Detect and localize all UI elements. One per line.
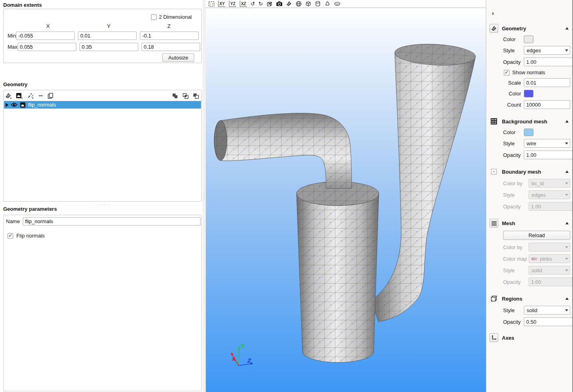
boolean-difference-icon[interactable] <box>193 93 199 99</box>
geometry-opacity-label: Opacity <box>503 59 524 65</box>
boundary-mesh-style-value: edges <box>531 192 563 198</box>
background-mesh-opacity-input[interactable] <box>524 151 573 159</box>
boundary-mesh-opacity-label: Opacity <box>503 204 529 210</box>
add-filter-icon[interactable] <box>16 93 23 99</box>
panel-splitter[interactable]: ···· <box>203 0 206 392</box>
reset-view-icon[interactable] <box>208 1 215 7</box>
normals-scale-label: Scale <box>492 80 524 86</box>
geometry-style-dropdown[interactable]: edges <box>524 46 570 55</box>
regions-opacity-spinbox[interactable] <box>524 317 573 326</box>
geometry-opacity-spinbox[interactable] <box>524 57 573 66</box>
tree-item-label: flip_normals <box>28 102 56 108</box>
background-mesh-style-value: wire <box>527 141 563 147</box>
autosize-button[interactable]: Autosize <box>162 53 194 62</box>
y-max-field[interactable] <box>80 43 138 51</box>
column-header-y: Y <box>97 23 121 29</box>
chevron-down-icon <box>563 243 570 251</box>
mesh-color-map-dropdown: pinks <box>529 254 570 263</box>
boolean-intersect-icon[interactable] <box>183 93 189 99</box>
view-xz-button[interactable]: XZ <box>240 1 247 7</box>
geometry-opacity-input[interactable] <box>524 58 573 66</box>
geometry-parameters-group: Name ✓ Flip normals <box>3 215 202 391</box>
chevron-down-icon <box>563 179 570 187</box>
boundary-mesh-color-by-dropdown: bc_id <box>529 179 570 188</box>
mesh-visibility-button[interactable] <box>489 219 498 228</box>
y-min-field[interactable] <box>78 32 137 40</box>
collapse-section-icon[interactable] <box>565 120 569 123</box>
reload-mesh-button[interactable]: Reload <box>503 231 570 240</box>
application-window: Domain extents 2 Dimensional X Y Z Min m… <box>0 0 573 392</box>
z-max-field[interactable] <box>141 43 200 51</box>
sphere-primitive-icon[interactable] <box>296 1 302 7</box>
cylinder-solid <box>296 182 379 362</box>
boundary-mesh-style-label: Style <box>503 192 529 198</box>
axis-x-label: X <box>232 356 236 362</box>
funnel-solid <box>371 42 476 322</box>
name-label: Name <box>6 218 20 224</box>
mesh-scene <box>206 8 486 392</box>
view-xy-button[interactable]: XY <box>218 1 225 7</box>
axes-visibility-button[interactable] <box>489 333 498 342</box>
regions-icon[interactable] <box>489 294 498 303</box>
remove-geometry-icon[interactable] <box>38 93 43 99</box>
cylinder-primitive-icon[interactable] <box>315 1 321 7</box>
chevron-down-icon <box>563 255 570 263</box>
boundary-mesh-section-header: Boundary mesh <box>502 169 541 175</box>
geometry-visibility-button[interactable] <box>489 24 498 33</box>
column-header-x: X <box>36 23 60 29</box>
name-field[interactable] <box>23 217 201 226</box>
torus-primitive-icon[interactable] <box>334 1 340 7</box>
copy-geometry-icon[interactable] <box>48 93 54 99</box>
show-normals-checkbox[interactable]: ✓ <box>504 70 509 75</box>
box-primitive-icon[interactable] <box>305 1 311 7</box>
render-canvas[interactable]: Y X Z <box>206 8 486 392</box>
x-max-field[interactable] <box>18 43 76 51</box>
collapse-section-icon[interactable] <box>565 27 569 30</box>
screenshot-camera-icon[interactable] <box>276 1 283 7</box>
regions-style-dropdown[interactable]: solid <box>524 306 570 315</box>
show-normals-label: Show normals <box>512 69 545 75</box>
collapse-section-icon[interactable] <box>565 222 569 224</box>
geometry-tree-item-flip-normals[interactable]: flip_normals <box>4 101 201 109</box>
z-min-field[interactable] <box>140 32 199 40</box>
geometry-section-header: Geometry <box>502 26 526 32</box>
background-mesh-opacity-spinbox[interactable] <box>524 150 573 159</box>
3d-viewport: XY YZ XZ ↺ ↻ <box>206 0 486 392</box>
visibility-eye-icon[interactable] <box>11 102 18 107</box>
two-dimensional-checkbox[interactable] <box>151 14 157 20</box>
background-mesh-style-dropdown[interactable]: wire <box>524 139 570 148</box>
background-mesh-color-swatch[interactable] <box>524 129 533 136</box>
normals-color-swatch[interactable] <box>524 90 533 97</box>
expand-arrow-icon[interactable] <box>6 103 8 107</box>
mesh-style-value: solid <box>531 267 563 273</box>
chevron-down-icon <box>563 266 570 274</box>
normals-scale-field[interactable] <box>524 78 570 87</box>
boundary-mesh-icon[interactable] <box>489 167 498 176</box>
checkmark: ✓ <box>505 70 509 75</box>
rotate-ccw-icon[interactable]: ↺ <box>251 1 255 7</box>
viewport-toolbar: XY YZ XZ ↺ ↻ <box>206 0 486 8</box>
background-mesh-icon[interactable] <box>489 117 498 126</box>
add-geometry-icon[interactable] <box>5 93 12 99</box>
boundary-mesh-color-by-value: bc_id <box>531 180 563 186</box>
flip-normals-checkbox[interactable]: ✓ <box>8 233 13 239</box>
chevron-down-icon <box>563 306 570 314</box>
view-yz-button[interactable]: YZ <box>229 1 236 7</box>
geometry-tree-list: flip_normals <box>4 101 201 109</box>
rotate-cw-icon[interactable]: ↻ <box>259 1 263 7</box>
geometry-style-label: Style <box>503 48 524 53</box>
geometry-color-swatch[interactable] <box>524 36 533 43</box>
regions-opacity-input[interactable] <box>524 318 573 326</box>
toggle-geometry-icon[interactable] <box>286 1 292 7</box>
normals-count-field[interactable] <box>524 100 570 109</box>
collapse-section-icon[interactable] <box>565 297 569 300</box>
boolean-union-icon[interactable] <box>172 93 178 99</box>
collapse-section-icon[interactable] <box>565 170 569 173</box>
regions-style-label: Style <box>503 307 524 313</box>
perspective-toggle-icon[interactable] <box>267 1 273 7</box>
collapse-panel-button[interactable]: › <box>492 10 498 16</box>
splitter-handle[interactable]: ······ <box>98 202 111 207</box>
wizard-wand-icon[interactable] <box>27 93 34 99</box>
x-min-field[interactable] <box>16 32 75 40</box>
cone-primitive-icon[interactable] <box>324 1 330 7</box>
